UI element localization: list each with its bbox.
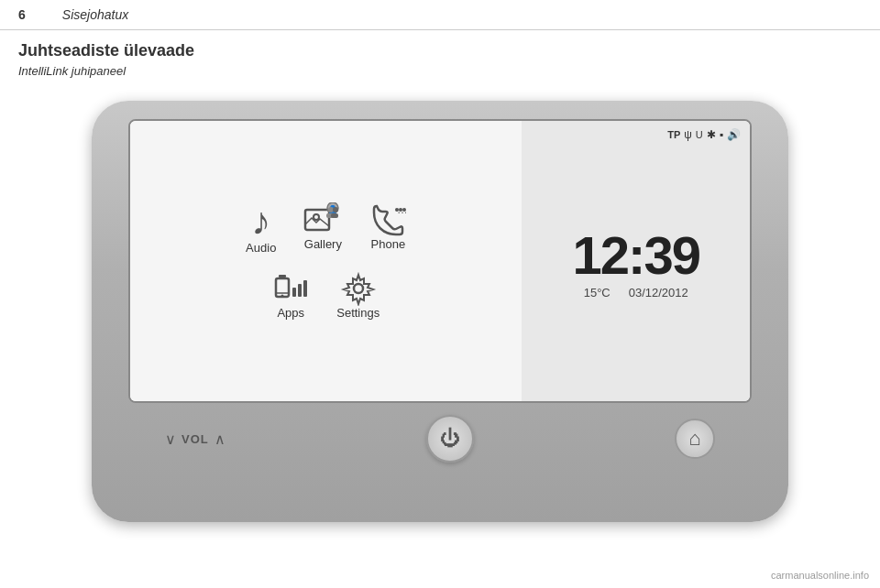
svg-point-15 xyxy=(281,295,284,298)
header-title: Sisejohatux xyxy=(62,7,128,22)
controls-area: ∨ VOL ∧ ⏻ ⌂ xyxy=(128,408,752,470)
svg-point-9 xyxy=(395,208,399,212)
svg-point-19 xyxy=(354,284,363,293)
screen: ♪ Audio 👤 xyxy=(128,119,752,403)
svg-rect-17 xyxy=(298,284,302,297)
clock-time: 12:39 xyxy=(573,229,699,282)
screen-right-panel: TP ψ U ✱ ▪ 🔊 12:39 15°C 03/12/2012 xyxy=(522,121,750,401)
screen-left-panel: ♪ Audio 👤 xyxy=(130,121,522,401)
apps-icon xyxy=(272,271,309,306)
vol-up-icon[interactable]: ∧ xyxy=(214,430,226,448)
status-bluetooth: ✱ xyxy=(707,128,716,141)
gallery-icon: 👤 xyxy=(303,202,342,237)
phone-label: Phone xyxy=(371,237,406,251)
home-icon: ⌂ xyxy=(688,427,700,451)
status-signal: ψ xyxy=(684,128,692,141)
svg-point-5 xyxy=(333,207,338,212)
page-number: 6 xyxy=(18,7,26,22)
status-bar: TP ψ U ✱ ▪ 🔊 xyxy=(531,128,741,141)
device-outer: ♪ Audio 👤 xyxy=(92,101,788,522)
svg-rect-13 xyxy=(279,275,286,278)
menu-item-audio[interactable]: ♪ Audio xyxy=(246,202,276,255)
temperature: 15°C xyxy=(584,286,610,299)
svg-point-11 xyxy=(402,208,406,212)
menu-item-apps[interactable]: Apps xyxy=(272,271,309,320)
phone-icon: … xyxy=(369,202,406,237)
clock-area: 12:39 15°C 03/12/2012 xyxy=(531,141,741,387)
vol-control: ∨ VOL ∧ xyxy=(165,430,226,448)
svg-rect-7 xyxy=(331,213,338,218)
svg-rect-16 xyxy=(292,288,296,297)
page-header: 6 Sisejohatux xyxy=(0,0,880,30)
status-battery: ▪ xyxy=(720,128,723,141)
settings-icon xyxy=(340,271,377,306)
section-title: Juhtseadiste ülevaade xyxy=(18,41,862,60)
device-wrapper: 1 2 3 4 5 6 7 xyxy=(18,87,862,536)
gallery-label: Gallery xyxy=(304,237,342,251)
section-subtitle: IntelliLink juhipaneel xyxy=(18,64,862,78)
date: 03/12/2012 xyxy=(629,286,688,299)
power-icon: ⏻ xyxy=(440,427,460,451)
apps-label: Apps xyxy=(277,306,304,320)
vol-down-icon[interactable]: ∨ xyxy=(165,430,176,448)
menu-item-gallery[interactable]: 👤 Gallery xyxy=(303,202,342,251)
audio-label: Audio xyxy=(246,241,276,255)
menu-item-phone[interactable]: … Phone xyxy=(369,202,406,251)
main-content: Juhtseadiste ülevaade IntelliLink juhipa… xyxy=(0,30,880,536)
svg-rect-18 xyxy=(303,280,307,297)
clock-info: 15°C 03/12/2012 xyxy=(584,286,688,299)
settings-label: Settings xyxy=(336,306,380,320)
power-button[interactable]: ⏻ xyxy=(426,415,474,463)
audio-icon: ♪ xyxy=(251,202,270,241)
status-volume: 🔊 xyxy=(727,128,741,141)
status-u: U xyxy=(696,129,703,140)
svg-rect-12 xyxy=(276,278,289,297)
menu-item-settings[interactable]: Settings xyxy=(336,271,380,320)
status-tp: TP xyxy=(667,129,680,140)
svg-point-10 xyxy=(399,208,402,212)
vol-label: VOL xyxy=(182,432,209,446)
home-button[interactable]: ⌂ xyxy=(675,419,715,459)
svg-point-1 xyxy=(314,214,319,220)
watermark: carmanualsonline.info xyxy=(771,570,869,581)
